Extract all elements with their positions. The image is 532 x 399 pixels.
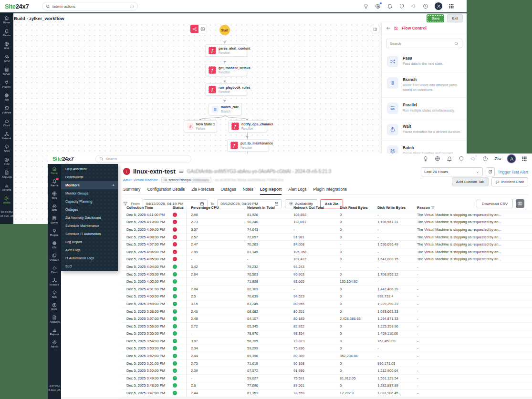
sidebar-item-server[interactable]: Server bbox=[48, 214, 61, 226]
globe-icon[interactable] bbox=[375, 3, 381, 9]
sidebar-item-admin[interactable]: Admin bbox=[48, 338, 61, 350]
menu-item-outages[interactable]: Outages bbox=[61, 205, 118, 214]
exit-button[interactable]: Exit bbox=[447, 14, 463, 22]
sidebar-item-sdn[interactable]: SDN bbox=[0, 142, 13, 155]
menu-item-slo[interactable]: SLO bbox=[61, 262, 118, 270]
bulb-icon[interactable] bbox=[423, 156, 428, 162]
column-header-status[interactable]: Status bbox=[171, 205, 186, 210]
tab-summary[interactable]: Summary bbox=[123, 187, 140, 194]
sidebar-item-applogs[interactable]: AppLogs bbox=[48, 313, 61, 325]
table-row[interactable]: Dec 5, 2025 3:52:00 PM↑2.4469,39680,3893… bbox=[122, 352, 532, 360]
menu-item-monitors[interactable]: Monitors+ bbox=[61, 181, 118, 189]
sidebar-item-alarms[interactable]: Alarms bbox=[48, 176, 61, 189]
table-row[interactable]: Dec 5, 2025 4:00:00 PM↑2.570,63994,52309… bbox=[122, 293, 532, 301]
table-row[interactable]: Dec 5, 2025 4:01:00 PM↑2.8482,309-01,442… bbox=[122, 286, 532, 293]
sidebar-item-applogs[interactable]: AppLogs bbox=[0, 168, 13, 181]
plus-icon[interactable]: + bbox=[112, 183, 115, 187]
bulb-icon[interactable] bbox=[363, 3, 369, 9]
help-icon[interactable] bbox=[423, 3, 428, 9]
poll-now-button[interactable] bbox=[486, 167, 495, 176]
table-row[interactable]: Dec 5, 2025 4:09:00 PM↓3.3774,043-0-The … bbox=[122, 226, 532, 234]
shield-icon[interactable] bbox=[459, 156, 464, 162]
avatar[interactable] bbox=[435, 2, 442, 10]
megaphone-icon[interactable] bbox=[411, 3, 417, 9]
workflow-tool-icon[interactable] bbox=[190, 25, 198, 33]
sidebar-item-plugins[interactable]: Plugins bbox=[0, 78, 13, 91]
table-row[interactable]: Dec 5, 2025 3:54:00 PM↑3.0756,70573,0230… bbox=[122, 338, 532, 345]
table-row[interactable]: Dec 5, 2025 4:07:00 PM↓2.4770,26384,008-… bbox=[122, 241, 532, 248]
tab-notes[interactable]: Notes bbox=[243, 187, 253, 194]
flow-control-item-wait[interactable]: WaitPause execution for a defined durati… bbox=[382, 119, 467, 141]
tab-alert-logs[interactable]: Alert Logs bbox=[288, 187, 306, 194]
workflow-node-notify_ops_channel[interactable]: ƒ notify_ops_channelFunction bbox=[228, 120, 267, 133]
table-row[interactable]: Dec 5, 2025 4:06:00 PM↓2.9981,345105,350… bbox=[122, 248, 532, 256]
table-row[interactable]: Dec 5, 2025 4:04:00 PM↑3.4279,23294,243-… bbox=[122, 263, 532, 271]
flow-control-item-pass[interactable]: PassPass data to the next state. bbox=[382, 51, 467, 72]
tab-zia-forecast[interactable]: Zia Forecast bbox=[191, 187, 214, 194]
sidebar-item-rum[interactable]: RUM bbox=[0, 155, 13, 168]
column-header-disk-read-bytes[interactable]: Disk Read Bytes bbox=[338, 205, 376, 210]
table-row[interactable]: Dec 5, 2025 3:56:00 PM↑2.7265,34582,9220… bbox=[122, 323, 532, 330]
sidebar-item-cloud[interactable]: Cloud bbox=[0, 116, 13, 129]
sidebar-item-vmware[interactable]: VMware bbox=[48, 251, 61, 263]
sidebar-item-server[interactable]: Server bbox=[0, 65, 13, 78]
panel-search-input[interactable]: Search bbox=[386, 39, 462, 48]
panel-collapse-button[interactable] bbox=[371, 25, 379, 33]
time-range-select[interactable]: Last 24 Hours bbox=[421, 167, 483, 176]
sidebar-item-apm[interactable]: APM bbox=[0, 52, 13, 65]
globe-icon[interactable] bbox=[435, 156, 440, 162]
sidebar-item-sdn[interactable]: SDN bbox=[48, 288, 61, 300]
add-custom-tab-button[interactable]: Add Custom Tab bbox=[452, 177, 489, 186]
avatar[interactable] bbox=[508, 155, 515, 163]
sidebar-item-admin[interactable]: Admin bbox=[0, 194, 13, 206]
table-row[interactable]: Dec 5, 2025 3:53:00 PM↑2.3459,29975,8360… bbox=[122, 345, 532, 353]
menu-item-alert-logs[interactable]: Alert Logs bbox=[61, 246, 118, 254]
table-row[interactable]: Dec 5, 2025 4:02:00 PM↑-71,80893,665135,… bbox=[122, 278, 532, 286]
sidebar-item-reports[interactable]: Reports bbox=[48, 325, 61, 338]
menu-item-monitor-groups[interactable]: Monitor Groups bbox=[61, 189, 118, 197]
tab-plugin-integrations[interactable]: Plugin Integrations bbox=[313, 187, 347, 194]
flow-control-item-parallel[interactable]: ParallelRun multiple states simultaneous… bbox=[382, 98, 467, 119]
menu-item-capacity-planning[interactable]: Capacity Planning bbox=[61, 197, 118, 205]
table-row[interactable]: Dec 5, 2025 4:11:00 PM↓2.9881,926108,852… bbox=[122, 211, 532, 219]
sidebar-item-k8s[interactable]: K8s bbox=[48, 238, 61, 251]
sidebar-item-web[interactable]: Web bbox=[0, 39, 13, 52]
column-header-network-in-total[interactable]: Network In Total bbox=[245, 205, 292, 210]
sidebar-item-network[interactable]: Network bbox=[0, 129, 13, 142]
tab-log-report[interactable]: Log Report bbox=[260, 187, 282, 194]
megaphone-icon[interactable] bbox=[470, 156, 476, 162]
sidebar-item-vmware[interactable]: VMware bbox=[0, 103, 13, 116]
sidebar-item-apm[interactable]: APM bbox=[48, 201, 61, 214]
table-row[interactable]: Dec 5, 2025 3:48:00 PM↑2.677,09689,56101… bbox=[122, 382, 532, 390]
workflow-node-put_to_maintenance[interactable]: ƒ put_to_maintenanceFunction bbox=[227, 139, 269, 152]
table-row[interactable]: Dec 5, 2025 4:05:00 PM↓--107,42201,647,0… bbox=[122, 256, 532, 264]
table-row[interactable]: Dec 5, 2025 3:57:00 PM↑2.4864,10780,1852… bbox=[122, 315, 532, 323]
sidebar-item-rum[interactable]: RUM bbox=[48, 300, 61, 313]
tab-configuration-details[interactable]: Configuration Details bbox=[147, 187, 185, 194]
column-header-percentage-cpu[interactable]: Percentage CPU bbox=[186, 205, 245, 210]
menu-item-log-report[interactable]: Log Report bbox=[61, 238, 118, 246]
snapshot-tool-icon[interactable] bbox=[198, 25, 207, 33]
table-row[interactable]: Dec 5, 2025 4:03:00 PM↑2.6476,50396,9030… bbox=[122, 271, 532, 278]
workflow-node-New State 1[interactable]: New State 1Failure bbox=[184, 120, 217, 133]
bell-icon[interactable] bbox=[447, 156, 452, 162]
bell-icon[interactable] bbox=[387, 3, 393, 9]
sidebar-item-alarms[interactable]: Alarms bbox=[0, 26, 13, 39]
workflow-node-match_rule[interactable]: match_ruleBranch bbox=[209, 103, 242, 115]
table-row[interactable]: Dec 5, 2025 3:47:00 PM↑2.4461,35978,5591… bbox=[122, 389, 532, 397]
apps-grid-icon[interactable] bbox=[522, 156, 527, 162]
table-row[interactable]: Dec 5, 2025 3:51:00 PM↑2.7571,61990,3680… bbox=[122, 360, 532, 368]
tab-outages[interactable]: Outages bbox=[221, 187, 236, 194]
zia-link[interactable]: Zia bbox=[494, 156, 501, 161]
help-icon[interactable] bbox=[482, 156, 488, 162]
column-header-network-out-total[interactable]: Network Out Total bbox=[292, 205, 338, 210]
table-row[interactable]: Dec 5, 2025 4:08:00 PM↓2.5772,05791,9810… bbox=[122, 234, 532, 241]
menu-item-schedule-it-automation[interactable]: Schedule IT Automation bbox=[61, 230, 118, 238]
table-row[interactable]: Dec 5, 2025 3:55:00 PM↑-78,97698,35401,4… bbox=[122, 330, 532, 338]
monitor-menu-icon[interactable] bbox=[178, 168, 184, 174]
sidebar-item-cloud[interactable]: Cloud bbox=[48, 263, 61, 276]
clear-search-icon[interactable] bbox=[130, 4, 134, 9]
monitor-type-link[interactable]: Azure Virtual Machine bbox=[123, 178, 158, 182]
table-row[interactable]: Dec 5, 2025 3:50:00 PM↑2.3967,57291,9860… bbox=[122, 367, 532, 375]
menu-item-help-assistant[interactable]: Help Assistant bbox=[61, 165, 118, 173]
